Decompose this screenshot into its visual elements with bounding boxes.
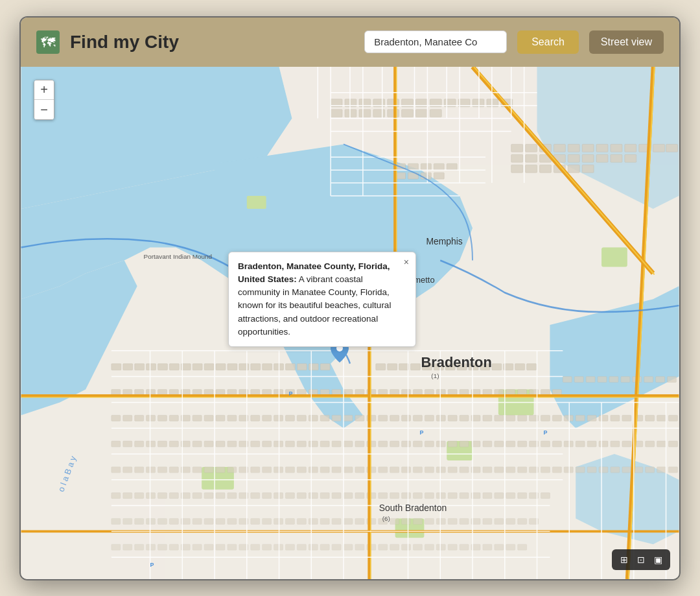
svg-rect-62 <box>540 165 552 173</box>
svg-rect-84 <box>320 363 330 370</box>
svg-rect-286 <box>123 492 132 498</box>
svg-rect-215 <box>436 441 445 447</box>
svg-rect-355 <box>483 518 492 524</box>
svg-rect-191 <box>158 441 167 447</box>
svg-rect-33 <box>434 163 444 170</box>
svg-rect-76 <box>228 363 237 370</box>
svg-rect-367 <box>192 544 202 550</box>
svg-rect-293 <box>204 492 213 498</box>
svg-rect-79 <box>262 363 272 370</box>
map-container[interactable]: Memphis Palmetto (3) Bradenton (1) South… <box>21 67 679 579</box>
svg-rect-204 <box>309 441 318 447</box>
zoom-in-button[interactable]: + <box>34 80 54 100</box>
svg-text:(6): (6) <box>382 515 390 522</box>
svg-rect-300 <box>286 492 295 498</box>
svg-rect-281 <box>634 466 643 472</box>
svg-rect-349 <box>414 518 423 524</box>
svg-rect-235 <box>669 441 678 447</box>
zoom-out-button[interactable]: − <box>34 100 54 119</box>
svg-rect-251 <box>286 466 295 472</box>
svg-rect-179 <box>587 415 596 421</box>
svg-rect-66 <box>111 363 121 370</box>
svg-rect-180 <box>599 415 608 421</box>
fullscreen-icon[interactable]: ▣ <box>651 553 665 567</box>
svg-rect-162 <box>390 415 399 421</box>
svg-rect-39 <box>511 144 523 152</box>
layers-icon[interactable]: ⊡ <box>634 553 648 567</box>
svg-rect-216 <box>448 441 457 447</box>
svg-rect-253 <box>309 466 318 472</box>
search-input[interactable] <box>364 30 507 53</box>
grid-icon[interactable]: ⊞ <box>617 553 631 567</box>
svg-rect-55 <box>568 154 579 162</box>
streetview-button[interactable]: Street view <box>589 30 664 54</box>
svg-rect-387 <box>425 544 434 550</box>
svg-rect-304 <box>332 492 341 498</box>
svg-rect-378 <box>320 544 329 550</box>
svg-rect-95 <box>492 363 502 370</box>
svg-rect-361 <box>123 544 132 550</box>
svg-text:Portavant Indian Mound: Portavant Indian Mound <box>144 253 213 260</box>
svg-rect-47 <box>625 144 636 152</box>
svg-rect-49 <box>653 144 665 152</box>
svg-rect-159 <box>355 415 364 421</box>
svg-rect-176 <box>552 415 561 421</box>
svg-rect-357 <box>506 518 515 524</box>
svg-rect-168 <box>460 415 469 421</box>
svg-rect-152 <box>274 415 283 421</box>
svg-rect-360 <box>111 544 121 550</box>
svg-rect-26 <box>388 109 399 117</box>
svg-rect-290 <box>169 492 178 498</box>
svg-rect-301 <box>297 492 306 498</box>
svg-rect-167 <box>448 415 457 421</box>
svg-rect-199 <box>251 441 260 447</box>
svg-rect-322 <box>541 492 550 498</box>
svg-rect-287 <box>135 492 144 498</box>
svg-rect-211 <box>390 441 399 447</box>
app-window: 🗺 Find my City Search Street view <box>19 16 681 580</box>
map-bottom-controls[interactable]: ⊞ ⊡ ▣ <box>612 549 670 570</box>
svg-rect-230 <box>611 441 620 447</box>
svg-rect-356 <box>495 518 504 524</box>
svg-rect-373 <box>262 544 272 550</box>
svg-rect-365 <box>169 544 178 550</box>
svg-rect-182 <box>622 415 631 421</box>
svg-rect-294 <box>216 492 225 498</box>
svg-rect-330 <box>192 518 202 524</box>
svg-rect-292 <box>192 492 202 498</box>
svg-rect-271 <box>518 466 527 472</box>
svg-rect-38 <box>434 173 444 179</box>
svg-rect-186 <box>669 415 678 421</box>
svg-rect-238 <box>135 466 144 472</box>
svg-rect-78 <box>251 363 261 370</box>
svg-rect-192 <box>169 441 178 447</box>
svg-rect-59 <box>625 154 636 162</box>
popup-close-button[interactable]: × <box>404 257 409 267</box>
svg-rect-150 <box>251 415 260 421</box>
svg-rect-234 <box>657 441 666 447</box>
svg-rect-260 <box>390 466 399 472</box>
zoom-controls[interactable]: + − <box>34 80 54 120</box>
svg-rect-73 <box>192 363 202 370</box>
svg-rect-195 <box>204 441 213 447</box>
search-button[interactable]: Search <box>517 30 579 54</box>
svg-rect-170 <box>483 415 492 421</box>
svg-rect-201 <box>274 441 283 447</box>
svg-rect-261 <box>402 466 411 472</box>
app-title: Find my City <box>70 32 354 53</box>
svg-rect-295 <box>228 492 237 498</box>
svg-rect-338 <box>286 518 295 524</box>
svg-text:Memphis: Memphis <box>426 235 462 246</box>
svg-rect-324 <box>123 518 132 524</box>
svg-rect-74 <box>204 363 214 370</box>
svg-rect-32 <box>421 163 431 170</box>
svg-rect-43 <box>568 144 579 152</box>
svg-rect-315 <box>460 492 469 498</box>
svg-rect-81 <box>286 363 296 370</box>
svg-rect-257 <box>355 466 364 472</box>
svg-rect-337 <box>274 518 283 524</box>
svg-rect-70 <box>158 363 168 370</box>
svg-text:🗺: 🗺 <box>41 34 56 51</box>
svg-rect-306 <box>355 492 364 498</box>
svg-rect-249 <box>262 466 272 472</box>
